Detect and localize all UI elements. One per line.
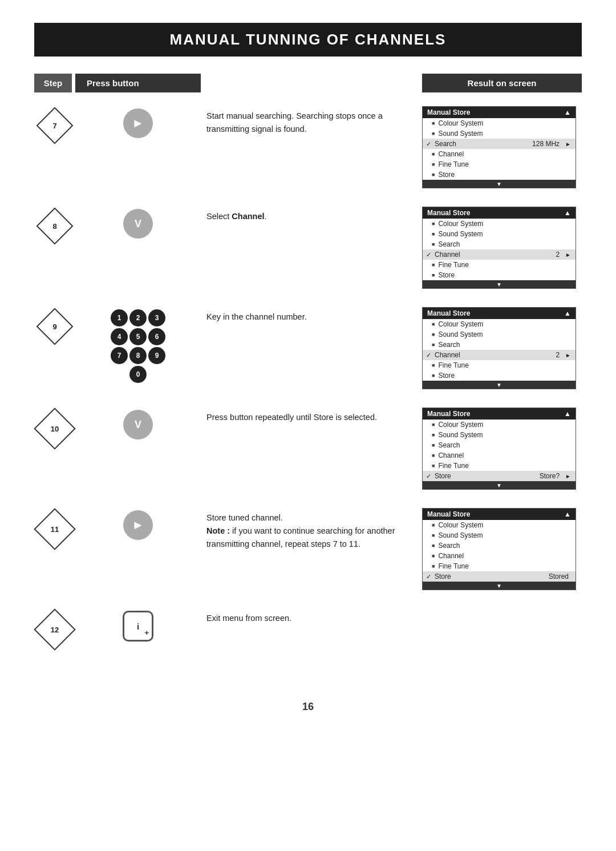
bullet-icon: ■ — [432, 131, 435, 136]
osd-up-arrow: ▲ — [564, 410, 571, 418]
bullet-icon: ■ — [432, 463, 435, 469]
bullet-icon: ■ — [432, 262, 435, 268]
down-arrow-icon: ▼ — [496, 181, 502, 187]
result-7: Manual Store ▲ ■Colour System ■Sound Sys… — [422, 106, 582, 188]
osd-title-11: Manual Store — [427, 510, 470, 518]
osd-row: ■Fine Tune — [423, 561, 576, 571]
check-icon: ✓ — [426, 352, 431, 359]
osd-footer: ▼ — [423, 381, 576, 389]
osd-screen-8: Manual Store ▲ ■Colour System ■Sound Sys… — [422, 207, 576, 289]
osd-screen-10: Manual Store ▲ ■Colour System ■Sound Sys… — [422, 408, 576, 490]
v-button[interactable]: V — [123, 209, 153, 239]
press-column-header: Press button — [75, 74, 201, 92]
bullet-icon: ■ — [432, 151, 435, 157]
result-9: Manual Store ▲ ■Colour System ■Sound Sys… — [422, 307, 582, 389]
bullet-icon: ■ — [432, 120, 435, 126]
check-icon: ✓ — [426, 573, 431, 580]
info-button[interactable]: i + — [123, 611, 153, 642]
osd-row: ■Store — [423, 370, 576, 381]
bullet-icon: ■ — [432, 543, 435, 548]
numpad-key-0[interactable]: 0 — [129, 366, 147, 383]
desc-10: Press button repeatedly until Store is s… — [201, 408, 422, 424]
numpad-key-3[interactable]: 3 — [148, 309, 165, 326]
step-number-9: 9 — [34, 307, 75, 341]
bullet-icon: ■ — [432, 432, 435, 438]
osd-row: ■Colour System — [423, 420, 576, 430]
down-arrow-icon: ▼ — [496, 281, 502, 288]
desc-8: Select Channel. — [201, 207, 422, 223]
table-row: 11 ► Store tuned channel. Note : if you … — [34, 508, 582, 590]
result-10: Manual Store ▲ ■Colour System ■Sound Sys… — [422, 408, 582, 490]
numpad-key-5[interactable]: 5 — [129, 328, 147, 345]
osd-row: ■Store — [423, 270, 576, 280]
osd-up-arrow: ▲ — [564, 108, 571, 116]
osd-up-arrow: ▲ — [564, 510, 571, 518]
press-button-col-12: i + — [75, 608, 201, 642]
osd-selected-row: ✓ Channel 2 ► — [423, 350, 576, 360]
osd-row: ■Sound System — [423, 128, 576, 139]
bullet-icon: ■ — [432, 332, 435, 337]
numpad-key-2[interactable]: 2 — [129, 309, 147, 326]
arrow-right-icon: ► — [565, 252, 571, 258]
numpad-key-4[interactable]: 4 — [111, 328, 128, 345]
down-arrow-icon: ▼ — [496, 382, 502, 388]
step-label: 12 — [51, 626, 59, 634]
result-8: Manual Store ▲ ■Colour System ■Sound Sys… — [422, 207, 582, 289]
osd-row: ■Search — [423, 440, 576, 450]
table-row: 12 i + Exit menu from screen. — [34, 608, 582, 683]
step-number-7: 7 — [34, 106, 75, 140]
numpad-key-7[interactable]: 7 — [111, 347, 128, 364]
osd-row: ■Search — [423, 541, 576, 551]
osd-row: ■Fine Tune — [423, 461, 576, 471]
arrow-right-icon: ► — [565, 473, 571, 479]
osd-selected-row: ✓ Store Store? ► — [423, 471, 576, 481]
right-arrow-button[interactable]: ► — [123, 108, 153, 138]
desc-12: Exit menu from screen. — [201, 608, 422, 625]
osd-footer: ▼ — [423, 481, 576, 489]
numpad-key-6[interactable]: 6 — [148, 328, 165, 345]
osd-row: ■Channel — [423, 551, 576, 561]
arrow-right-icon: ► — [565, 352, 571, 358]
numpad-key-8[interactable]: 8 — [129, 347, 147, 364]
osd-row: ■Colour System — [423, 319, 576, 329]
bullet-icon: ■ — [432, 373, 435, 378]
bullet-icon: ■ — [432, 522, 435, 528]
osd-row: ■Channel — [423, 149, 576, 159]
bullet-icon: ■ — [432, 241, 435, 247]
osd-selected-row: ✓ Search 128 MHz ► — [423, 139, 576, 149]
osd-row: ■Search — [423, 239, 576, 249]
bullet-icon: ■ — [432, 342, 435, 348]
bullet-icon: ■ — [432, 533, 435, 538]
bullet-icon: ■ — [432, 272, 435, 278]
arrow-right-icon: ► — [565, 141, 571, 147]
step-column-header: Step — [34, 74, 72, 92]
bullet-icon: ■ — [432, 553, 435, 559]
bullet-icon: ■ — [432, 172, 435, 178]
bullet-icon: ■ — [432, 422, 435, 427]
osd-row: ■Sound System — [423, 329, 576, 340]
osd-footer: ▼ — [423, 582, 576, 590]
numpad-key-1[interactable]: 1 — [111, 309, 128, 326]
result-11: Manual Store ▲ ■Colour System ■Sound Sys… — [422, 508, 582, 590]
desc-9: Key in the channel number. — [201, 307, 422, 324]
press-button-col-11: ► — [75, 508, 201, 540]
osd-title-10: Manual Store — [427, 410, 470, 418]
step-label: 10 — [51, 425, 59, 433]
right-arrow-button[interactable]: ► — [123, 510, 153, 540]
bullet-icon: ■ — [432, 321, 435, 327]
osd-row: ■Search — [423, 340, 576, 350]
osd-row: ■Colour System — [423, 118, 576, 128]
osd-row: ■Fine Tune — [423, 360, 576, 370]
osd-row: ■Sound System — [423, 530, 576, 541]
osd-screen-11: Manual Store ▲ ■Colour System ■Sound Sys… — [422, 508, 576, 590]
osd-up-arrow: ▲ — [564, 209, 571, 217]
page-title: MANUAL TUNNING OF CHANNELS — [34, 23, 582, 57]
check-icon: ✓ — [426, 140, 431, 148]
osd-row: ■Colour System — [423, 520, 576, 530]
osd-row: ■Fine Tune — [423, 159, 576, 170]
desc-11: Store tuned channel. Note : if you want … — [201, 508, 422, 551]
v-button[interactable]: V — [123, 410, 153, 439]
page-number: 16 — [34, 701, 582, 713]
numpad-key-9[interactable]: 9 — [148, 347, 165, 364]
bullet-icon: ■ — [432, 453, 435, 458]
